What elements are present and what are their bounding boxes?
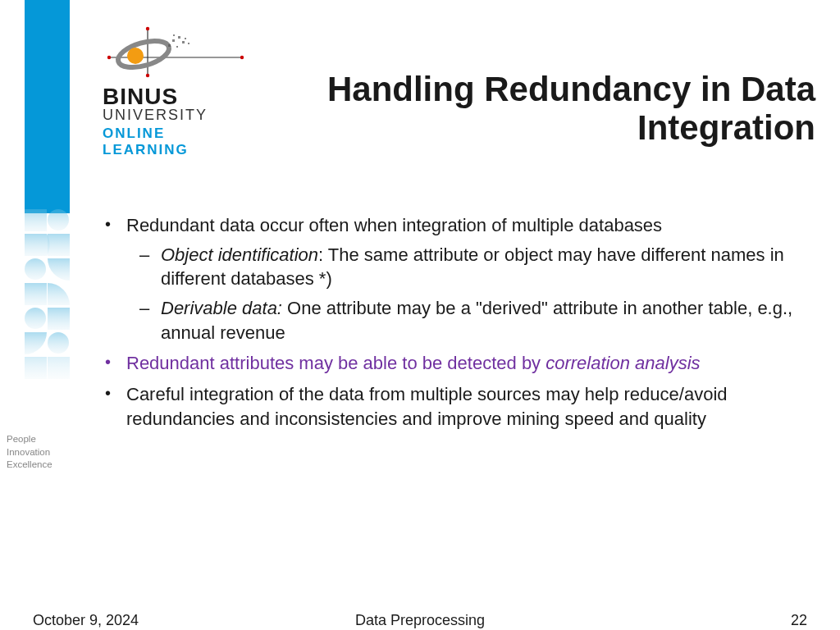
slide-content: Redundant data occur often when integrat…	[92, 213, 822, 438]
svg-rect-2	[48, 234, 70, 256]
logo-text: BINUS UNIVERSITY ONLINE LEARNING	[103, 84, 275, 158]
bullet-2-pre: Redundant attributes may be able to be d…	[126, 353, 546, 373]
bullet-1: Redundant data occur often when integrat…	[92, 213, 822, 345]
bullet-2: Redundant attributes may be able to be d…	[92, 351, 822, 376]
svg-rect-6	[48, 308, 70, 330]
svg-rect-25	[173, 34, 175, 36]
tagline: People Innovation Excellence	[7, 433, 52, 472]
svg-rect-18	[172, 39, 175, 42]
bullet-1-text: Redundant data occur often when integrat…	[126, 215, 662, 235]
svg-point-14	[240, 56, 244, 59]
svg-rect-23	[185, 38, 186, 39]
left-sidebar: People Innovation Excellence	[0, 0, 82, 630]
bullet-3-text: Careful integration of the data from mul…	[126, 384, 728, 429]
logo-line4: LEARNING	[103, 142, 275, 158]
svg-point-3	[25, 258, 46, 280]
footer-topic: Data Preprocessing	[0, 612, 840, 629]
bullet-3: Careful integration of the data from mul…	[92, 382, 822, 431]
bullet-1a: Object identification: The same attribut…	[126, 243, 822, 291]
svg-rect-4	[25, 283, 47, 305]
blue-pattern	[25, 209, 70, 381]
blue-strip	[25, 0, 70, 213]
bullet-1a-em: Object identification	[161, 244, 318, 265]
svg-rect-0	[25, 209, 47, 231]
footer-page: 22	[791, 612, 807, 629]
svg-point-13	[107, 56, 111, 59]
tagline-2: Innovation	[7, 446, 52, 459]
university-logo: BINUS UNIVERSITY ONLINE LEARNING	[103, 25, 275, 158]
svg-rect-24	[188, 43, 189, 44]
slide-title: Handling Redundancy in Data Integration	[323, 70, 815, 147]
svg-point-1	[48, 209, 69, 231]
svg-rect-21	[168, 44, 171, 47]
bullet-1b-em: Derivable data:	[161, 298, 282, 318]
tagline-1: People	[7, 433, 52, 446]
svg-rect-20	[182, 41, 185, 43]
svg-rect-19	[178, 36, 180, 39]
svg-point-7	[48, 332, 69, 354]
svg-point-17	[127, 48, 144, 64]
svg-rect-9	[48, 357, 70, 379]
svg-point-16	[115, 36, 171, 73]
svg-point-12	[146, 27, 149, 30]
logo-line3: ONLINE	[103, 126, 275, 142]
bullet-2-em: correlation analysis	[546, 353, 700, 373]
bullet-1b: Derivable data: One attribute may be a "…	[126, 296, 822, 345]
svg-rect-8	[25, 357, 47, 379]
tagline-3: Excellence	[7, 459, 52, 472]
svg-point-15	[146, 74, 149, 77]
svg-point-5	[25, 308, 46, 329]
logo-line2: UNIVERSITY	[103, 107, 275, 124]
logo-mark-icon	[103, 25, 250, 82]
svg-rect-22	[176, 46, 178, 48]
